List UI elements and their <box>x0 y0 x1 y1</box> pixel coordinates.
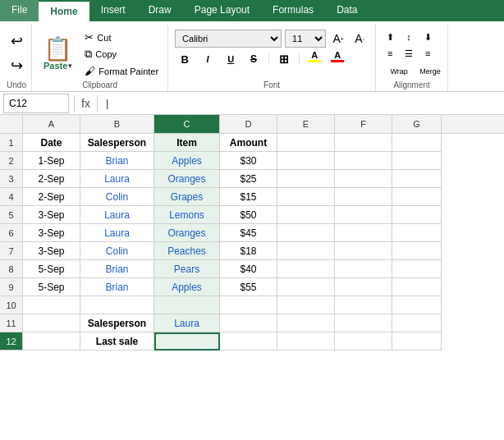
cell-d7[interactable]: $18 <box>220 242 277 260</box>
cell-f6[interactable] <box>335 224 392 242</box>
cell-d3[interactable]: $25 <box>220 170 277 188</box>
cell-a8[interactable]: 5-Sep <box>23 260 80 278</box>
cell-d9[interactable]: $55 <box>220 278 277 296</box>
cell-f12[interactable] <box>335 332 392 351</box>
cell-a11[interactable] <box>23 314 80 332</box>
strikethrough-button[interactable]: S <box>244 50 263 68</box>
cell-e7[interactable] <box>277 242 335 260</box>
cell-b9[interactable]: Brian <box>80 278 154 296</box>
cell-c5[interactable]: Lemons <box>154 206 220 224</box>
cell-c3[interactable]: Oranges <box>154 170 220 188</box>
underline-button[interactable]: U <box>221 50 241 68</box>
tab-page-layout[interactable]: Page Layout <box>183 0 261 21</box>
cell-e5[interactable] <box>277 206 335 224</box>
italic-button[interactable]: I <box>198 50 218 68</box>
col-header-f[interactable]: F <box>335 115 392 133</box>
cell-b5[interactable]: Laura <box>80 206 154 224</box>
cell-g7[interactable] <box>392 242 442 260</box>
merge-button[interactable]: Merge <box>418 64 442 79</box>
cell-g11[interactable] <box>392 314 442 332</box>
align-middle-button[interactable]: ↕ <box>400 30 418 44</box>
row-header-4[interactable]: 4 <box>0 188 23 206</box>
row-header-6[interactable]: 6 <box>0 224 23 242</box>
cell-c11[interactable]: Laura <box>154 314 220 332</box>
format-painter-button[interactable]: 🖌 Format Painter <box>82 63 161 79</box>
cell-b1[interactable]: Salesperson <box>80 134 154 152</box>
cell-b7[interactable]: Colin <box>80 242 154 260</box>
cell-g4[interactable] <box>392 188 442 206</box>
fx-button[interactable]: fx <box>76 97 95 110</box>
cell-e8[interactable] <box>277 260 335 278</box>
bold-button[interactable]: B <box>175 50 195 68</box>
cell-a9[interactable]: 5-Sep <box>23 278 80 296</box>
cell-a2[interactable]: 1-Sep <box>23 152 80 170</box>
col-header-b[interactable]: B <box>80 115 154 133</box>
cell-a1[interactable]: Date <box>23 134 80 152</box>
highlight-color-button[interactable]: A <box>305 50 324 68</box>
cell-b3[interactable]: Laura <box>80 170 154 188</box>
cell-d11[interactable] <box>220 314 277 332</box>
wrap-text-button[interactable]: Wrap <box>381 64 417 79</box>
col-header-e[interactable]: E <box>277 115 335 133</box>
cell-c9[interactable]: Apples <box>154 278 220 296</box>
cell-g8[interactable] <box>392 260 442 278</box>
cell-f7[interactable] <box>335 242 392 260</box>
tab-draw[interactable]: Draw <box>137 0 183 21</box>
row-header-2[interactable]: 2 <box>0 152 23 170</box>
cell-a6[interactable]: 3-Sep <box>23 224 80 242</box>
cell-e1[interactable] <box>277 134 335 152</box>
cell-b11[interactable]: Salesperson <box>80 314 154 332</box>
cell-e12[interactable] <box>277 332 335 351</box>
cell-e11[interactable] <box>277 314 335 332</box>
cell-f10[interactable] <box>335 296 392 314</box>
paste-button[interactable]: 📋 Paste ▾ <box>39 34 77 74</box>
cell-f4[interactable] <box>335 188 392 206</box>
cell-b12[interactable]: Last sale <box>80 332 154 351</box>
cell-g10[interactable] <box>392 296 442 314</box>
cell-d8[interactable]: $40 <box>220 260 277 278</box>
align-top-button[interactable]: ⬆ <box>381 30 399 44</box>
copy-button[interactable]: ⧉ Copy <box>82 46 161 62</box>
align-left-button[interactable]: ≡ <box>381 46 399 61</box>
cell-g6[interactable] <box>392 224 442 242</box>
cell-g3[interactable] <box>392 170 442 188</box>
cell-f11[interactable] <box>335 314 392 332</box>
align-bottom-button[interactable]: ⬇ <box>419 30 437 44</box>
row-header-12[interactable]: 12 <box>0 332 23 351</box>
cell-b8[interactable]: Brian <box>80 260 154 278</box>
cell-c1[interactable]: Item <box>154 134 220 152</box>
col-header-c[interactable]: C <box>154 115 220 133</box>
row-header-10[interactable]: 10 <box>0 296 23 314</box>
redo-button[interactable]: ↪ <box>5 54 28 77</box>
cell-d4[interactable]: $15 <box>220 188 277 206</box>
cell-d12[interactable] <box>220 332 277 351</box>
font-name-select[interactable]: Calibri <box>175 30 282 48</box>
undo-button[interactable]: ↩ <box>5 30 28 53</box>
cell-a3[interactable]: 2-Sep <box>23 170 80 188</box>
cut-button[interactable]: ✂ Cut <box>82 30 161 45</box>
cell-g9[interactable] <box>392 278 442 296</box>
col-header-g[interactable]: G <box>392 115 442 133</box>
align-right-button[interactable]: ≡ <box>419 46 437 61</box>
font-color-button[interactable]: A <box>328 50 347 68</box>
cell-c4[interactable]: Grapes <box>154 188 220 206</box>
cell-c6[interactable]: Oranges <box>154 224 220 242</box>
cell-d2[interactable]: $30 <box>220 152 277 170</box>
cell-d10[interactable] <box>220 296 277 314</box>
cell-e6[interactable] <box>277 224 335 242</box>
cell-a5[interactable]: 3-Sep <box>23 206 80 224</box>
cell-f8[interactable] <box>335 260 392 278</box>
cell-g12[interactable] <box>392 332 442 351</box>
col-header-d[interactable]: D <box>220 115 277 133</box>
cell-d5[interactable]: $50 <box>220 206 277 224</box>
cell-f2[interactable] <box>335 152 392 170</box>
cell-c2[interactable]: Apples <box>154 152 220 170</box>
border-button[interactable]: ⊞ <box>274 50 294 68</box>
cell-b10[interactable] <box>80 296 154 314</box>
cell-e2[interactable] <box>277 152 335 170</box>
tab-file[interactable]: File <box>0 0 39 21</box>
cell-c10[interactable] <box>154 296 220 314</box>
cell-a4[interactable]: 2-Sep <box>23 188 80 206</box>
tab-home[interactable]: Home <box>39 0 89 21</box>
cell-g1[interactable] <box>392 134 442 152</box>
